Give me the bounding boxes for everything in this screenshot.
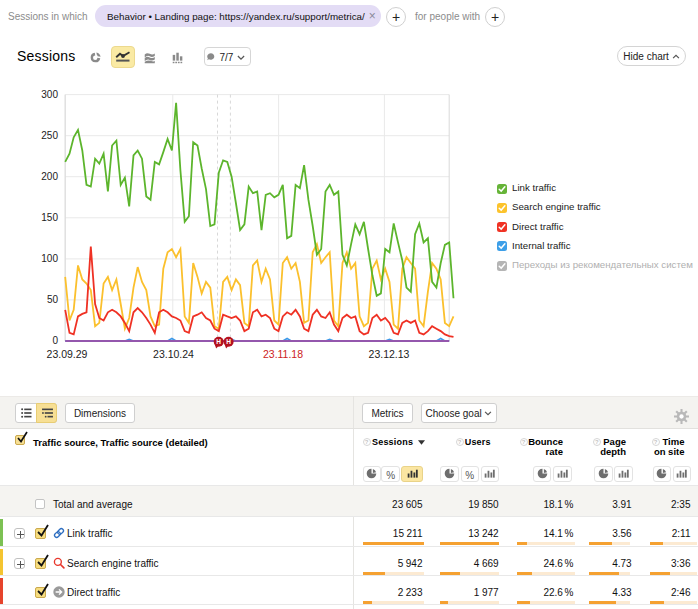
svg-text:H: H — [226, 338, 231, 345]
svg-text:H: H — [216, 338, 221, 345]
